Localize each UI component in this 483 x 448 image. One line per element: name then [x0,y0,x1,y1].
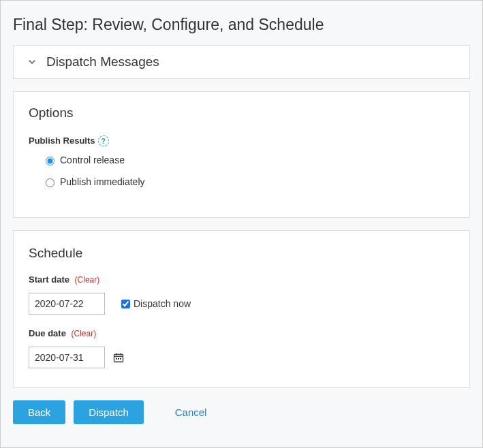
svg-rect-4 [116,358,117,359]
due-date-field: Due date (Clear) [29,328,454,368]
page-container: Final Step: Review, Configure, and Sched… [0,0,483,448]
back-button[interactable]: Back [13,400,65,424]
radio-control-release-input[interactable] [46,157,54,165]
dispatch-messages-panel[interactable]: Dispatch Messages [13,45,470,79]
schedule-panel: Schedule Start date (Clear) Dispatch now… [13,230,470,388]
due-date-label: Due date [29,328,66,338]
start-date-label: Start date [29,274,69,285]
radio-publish-immediately-input[interactable] [46,178,54,187]
page-title: Final Step: Review, Configure, and Sched… [13,16,470,34]
cancel-button[interactable]: Cancel [166,400,217,424]
due-date-label-row: Due date (Clear) [29,328,454,338]
publish-results-text: Publish Results [29,135,95,146]
chevron-down-icon [27,57,37,67]
dispatch-button[interactable]: Dispatch [74,400,143,424]
start-date-clear[interactable]: (Clear) [75,275,100,285]
button-row: Back Dispatch Cancel [13,400,470,424]
radio-publish-immediately[interactable]: Publish immediately [42,176,454,187]
calendar-icon[interactable] [113,352,124,363]
svg-rect-5 [118,358,119,359]
dispatch-now-label: Dispatch now [134,298,191,309]
help-icon[interactable]: ? [98,135,109,146]
start-date-field: Start date (Clear) Dispatch now [29,274,454,315]
start-date-input-row: Dispatch now [29,293,454,315]
dispatch-messages-title: Dispatch Messages [46,54,159,69]
radio-control-release-label: Control release [60,155,125,165]
start-date-input[interactable] [29,293,105,315]
start-date-label-row: Start date (Clear) [29,274,454,285]
schedule-heading: Schedule [29,246,454,261]
due-date-input-row [29,347,454,368]
due-date-input[interactable] [29,347,105,368]
publish-results-radio-group: Control release Publish immediately [29,155,454,187]
due-date-clear[interactable]: (Clear) [72,329,97,338]
publish-results-label: Publish Results ? [29,135,109,146]
options-panel: Options Publish Results ? Control releas… [13,91,470,218]
radio-control-release[interactable]: Control release [42,155,454,165]
dispatch-now-checkbox[interactable] [121,300,130,308]
svg-rect-6 [120,358,121,359]
dispatch-now-checkbox-row[interactable]: Dispatch now [119,298,191,310]
radio-publish-immediately-label: Publish immediately [60,176,145,187]
options-heading: Options [29,106,454,121]
